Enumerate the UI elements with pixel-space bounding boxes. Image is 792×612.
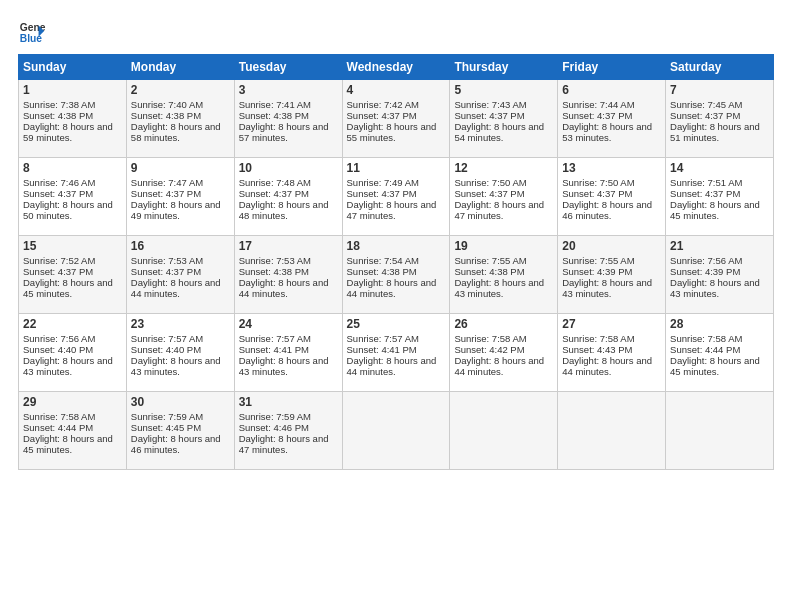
day-cell: 27Sunrise: 7:58 AMSunset: 4:43 PMDayligh… xyxy=(558,314,666,392)
day-cell: 15Sunrise: 7:52 AMSunset: 4:37 PMDayligh… xyxy=(19,236,127,314)
sunset: Sunset: 4:39 PM xyxy=(562,266,632,277)
daylight: Daylight: 8 hours and 46 minutes. xyxy=(131,433,221,455)
daylight: Daylight: 8 hours and 46 minutes. xyxy=(562,199,652,221)
day-cell: 30Sunrise: 7:59 AMSunset: 4:45 PMDayligh… xyxy=(126,392,234,470)
sunrise: Sunrise: 7:58 AM xyxy=(670,333,742,344)
sunrise: Sunrise: 7:56 AM xyxy=(670,255,742,266)
sunset: Sunset: 4:46 PM xyxy=(239,422,309,433)
sunset: Sunset: 4:38 PM xyxy=(239,266,309,277)
sunset: Sunset: 4:37 PM xyxy=(670,110,740,121)
day-cell: 16Sunrise: 7:53 AMSunset: 4:37 PMDayligh… xyxy=(126,236,234,314)
col-header-tuesday: Tuesday xyxy=(234,55,342,80)
daylight: Daylight: 8 hours and 43 minutes. xyxy=(562,277,652,299)
sunrise: Sunrise: 7:58 AM xyxy=(562,333,634,344)
sunset: Sunset: 4:37 PM xyxy=(239,188,309,199)
day-number: 2 xyxy=(131,83,230,97)
sunset: Sunset: 4:37 PM xyxy=(131,188,201,199)
daylight: Daylight: 8 hours and 57 minutes. xyxy=(239,121,329,143)
sunset: Sunset: 4:38 PM xyxy=(131,110,201,121)
sunrise: Sunrise: 7:56 AM xyxy=(23,333,95,344)
sunrise: Sunrise: 7:43 AM xyxy=(454,99,526,110)
day-number: 11 xyxy=(347,161,446,175)
day-number: 15 xyxy=(23,239,122,253)
sunrise: Sunrise: 7:41 AM xyxy=(239,99,311,110)
day-cell: 14Sunrise: 7:51 AMSunset: 4:37 PMDayligh… xyxy=(666,158,774,236)
day-cell: 20Sunrise: 7:55 AMSunset: 4:39 PMDayligh… xyxy=(558,236,666,314)
sunrise: Sunrise: 7:59 AM xyxy=(131,411,203,422)
daylight: Daylight: 8 hours and 48 minutes. xyxy=(239,199,329,221)
day-number: 7 xyxy=(670,83,769,97)
sunrise: Sunrise: 7:53 AM xyxy=(131,255,203,266)
logo: General Blue xyxy=(18,18,46,46)
sunset: Sunset: 4:41 PM xyxy=(347,344,417,355)
day-cell: 31Sunrise: 7:59 AMSunset: 4:46 PMDayligh… xyxy=(234,392,342,470)
day-number: 17 xyxy=(239,239,338,253)
day-cell: 22Sunrise: 7:56 AMSunset: 4:40 PMDayligh… xyxy=(19,314,127,392)
day-cell: 24Sunrise: 7:57 AMSunset: 4:41 PMDayligh… xyxy=(234,314,342,392)
day-cell: 4Sunrise: 7:42 AMSunset: 4:37 PMDaylight… xyxy=(342,80,450,158)
daylight: Daylight: 8 hours and 44 minutes. xyxy=(239,277,329,299)
sunset: Sunset: 4:38 PM xyxy=(347,266,417,277)
day-cell: 29Sunrise: 7:58 AMSunset: 4:44 PMDayligh… xyxy=(19,392,127,470)
daylight: Daylight: 8 hours and 44 minutes. xyxy=(347,355,437,377)
daylight: Daylight: 8 hours and 53 minutes. xyxy=(562,121,652,143)
sunset: Sunset: 4:43 PM xyxy=(562,344,632,355)
sunrise: Sunrise: 7:38 AM xyxy=(23,99,95,110)
day-number: 25 xyxy=(347,317,446,331)
day-cell: 17Sunrise: 7:53 AMSunset: 4:38 PMDayligh… xyxy=(234,236,342,314)
sunrise: Sunrise: 7:55 AM xyxy=(562,255,634,266)
day-cell: 19Sunrise: 7:55 AMSunset: 4:38 PMDayligh… xyxy=(450,236,558,314)
week-row-3: 15Sunrise: 7:52 AMSunset: 4:37 PMDayligh… xyxy=(19,236,774,314)
day-cell: 9Sunrise: 7:47 AMSunset: 4:37 PMDaylight… xyxy=(126,158,234,236)
day-number: 28 xyxy=(670,317,769,331)
day-number: 9 xyxy=(131,161,230,175)
sunset: Sunset: 4:37 PM xyxy=(347,110,417,121)
day-cell: 21Sunrise: 7:56 AMSunset: 4:39 PMDayligh… xyxy=(666,236,774,314)
daylight: Daylight: 8 hours and 43 minutes. xyxy=(239,355,329,377)
daylight: Daylight: 8 hours and 44 minutes. xyxy=(131,277,221,299)
daylight: Daylight: 8 hours and 47 minutes. xyxy=(347,199,437,221)
daylight: Daylight: 8 hours and 43 minutes. xyxy=(131,355,221,377)
sunset: Sunset: 4:40 PM xyxy=(131,344,201,355)
day-cell: 12Sunrise: 7:50 AMSunset: 4:37 PMDayligh… xyxy=(450,158,558,236)
day-number: 14 xyxy=(670,161,769,175)
sunset: Sunset: 4:37 PM xyxy=(670,188,740,199)
col-header-friday: Friday xyxy=(558,55,666,80)
sunset: Sunset: 4:44 PM xyxy=(670,344,740,355)
day-cell: 3Sunrise: 7:41 AMSunset: 4:38 PMDaylight… xyxy=(234,80,342,158)
day-number: 26 xyxy=(454,317,553,331)
daylight: Daylight: 8 hours and 49 minutes. xyxy=(131,199,221,221)
sunrise: Sunrise: 7:59 AM xyxy=(239,411,311,422)
day-number: 20 xyxy=(562,239,661,253)
sunrise: Sunrise: 7:58 AM xyxy=(23,411,95,422)
calendar-table: SundayMondayTuesdayWednesdayThursdayFrid… xyxy=(18,54,774,470)
day-cell: 13Sunrise: 7:50 AMSunset: 4:37 PMDayligh… xyxy=(558,158,666,236)
day-number: 27 xyxy=(562,317,661,331)
sunset: Sunset: 4:37 PM xyxy=(23,266,93,277)
col-header-sunday: Sunday xyxy=(19,55,127,80)
sunrise: Sunrise: 7:47 AM xyxy=(131,177,203,188)
day-cell: 23Sunrise: 7:57 AMSunset: 4:40 PMDayligh… xyxy=(126,314,234,392)
sunrise: Sunrise: 7:53 AM xyxy=(239,255,311,266)
daylight: Daylight: 8 hours and 45 minutes. xyxy=(23,277,113,299)
header: General Blue xyxy=(18,18,774,46)
sunrise: Sunrise: 7:46 AM xyxy=(23,177,95,188)
day-cell: 18Sunrise: 7:54 AMSunset: 4:38 PMDayligh… xyxy=(342,236,450,314)
sunrise: Sunrise: 7:51 AM xyxy=(670,177,742,188)
day-number: 1 xyxy=(23,83,122,97)
day-cell: 8Sunrise: 7:46 AMSunset: 4:37 PMDaylight… xyxy=(19,158,127,236)
sunset: Sunset: 4:37 PM xyxy=(454,188,524,199)
sunset: Sunset: 4:37 PM xyxy=(454,110,524,121)
day-number: 8 xyxy=(23,161,122,175)
day-cell xyxy=(342,392,450,470)
day-number: 19 xyxy=(454,239,553,253)
day-number: 12 xyxy=(454,161,553,175)
day-number: 29 xyxy=(23,395,122,409)
sunset: Sunset: 4:37 PM xyxy=(347,188,417,199)
sunset: Sunset: 4:42 PM xyxy=(454,344,524,355)
daylight: Daylight: 8 hours and 58 minutes. xyxy=(131,121,221,143)
sunrise: Sunrise: 7:49 AM xyxy=(347,177,419,188)
daylight: Daylight: 8 hours and 45 minutes. xyxy=(670,199,760,221)
sunrise: Sunrise: 7:55 AM xyxy=(454,255,526,266)
daylight: Daylight: 8 hours and 45 minutes. xyxy=(23,433,113,455)
